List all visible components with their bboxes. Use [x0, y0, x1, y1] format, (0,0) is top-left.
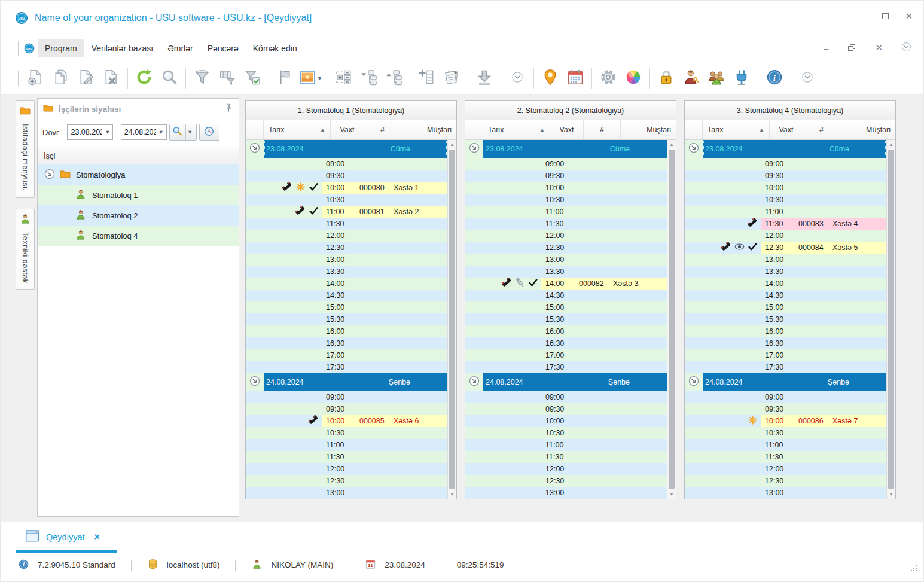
appointment-id-cell[interactable]: [355, 218, 392, 230]
timeslot-row[interactable]: 12:30: [465, 242, 667, 254]
time-cell[interactable]: 12:00: [761, 463, 794, 475]
time-cell[interactable]: 10:00: [761, 182, 794, 194]
appointment-id-cell[interactable]: [794, 230, 831, 242]
timeslot-row[interactable]: 12:00: [685, 463, 886, 475]
overflow-button[interactable]: [795, 65, 820, 92]
time-cell[interactable]: 10:00: [541, 415, 575, 427]
appointment-id-cell[interactable]: [794, 182, 831, 194]
time-cell[interactable]: 12:00: [541, 230, 575, 242]
appointment-id-cell[interactable]: [794, 427, 831, 439]
client-cell[interactable]: [392, 194, 447, 206]
time-cell[interactable]: 13:00: [761, 254, 794, 266]
time-cell[interactable]: 10:30: [541, 194, 575, 206]
client-cell[interactable]: [612, 242, 667, 254]
client-cell[interactable]: Xəstə 5: [831, 242, 886, 254]
client-cell[interactable]: [392, 170, 447, 182]
client-cell[interactable]: [392, 158, 447, 170]
client-cell[interactable]: [831, 278, 886, 290]
client-cell[interactable]: Xəstə 2: [392, 206, 447, 218]
client-cell[interactable]: [392, 391, 447, 403]
time-cell[interactable]: 17:30: [541, 361, 575, 373]
appointment-id-cell[interactable]: [575, 254, 612, 266]
client-cell[interactable]: [831, 391, 886, 403]
client-cell[interactable]: [612, 325, 667, 337]
overflow-chevron-icon[interactable]: [901, 41, 912, 54]
client-cell[interactable]: [392, 475, 447, 487]
appointment-id-cell[interactable]: [794, 361, 831, 373]
appointment-id-cell[interactable]: [575, 194, 612, 206]
day-header-bar[interactable]: 23.08.2024Cümə: [483, 140, 667, 158]
day-header-row[interactable]: 23.08.2024Cümə: [685, 140, 886, 158]
appointment-id-cell[interactable]: [575, 325, 612, 337]
timeslot-row[interactable]: 17:00: [465, 349, 667, 361]
doc-delete-button[interactable]: [99, 65, 124, 92]
time-cell[interactable]: 15:30: [322, 313, 355, 325]
client-cell[interactable]: [831, 337, 886, 349]
expand-arrow-icon[interactable]: [468, 375, 480, 389]
filter-button[interactable]: [190, 65, 215, 92]
timeslot-row[interactable]: 09:00: [465, 158, 667, 170]
day-header-bar[interactable]: 24.08.2024Şənbə: [703, 373, 886, 391]
appointment-id-cell[interactable]: [355, 313, 392, 325]
appointment-id-cell[interactable]: [355, 463, 392, 475]
timeslot-row[interactable]: 09:30: [246, 170, 447, 182]
appointment-id-cell[interactable]: [794, 349, 831, 361]
client-cell[interactable]: [831, 170, 886, 182]
filter-values-button[interactable]: [215, 65, 240, 92]
client-cell[interactable]: [392, 218, 447, 230]
time-cell[interactable]: 09:00: [761, 391, 794, 403]
appointment-id-cell[interactable]: 000082: [575, 278, 612, 290]
client-cell[interactable]: [831, 206, 886, 218]
time-cell[interactable]: 15:00: [322, 301, 355, 313]
client-cell[interactable]: [392, 266, 447, 278]
appointment-id-cell[interactable]: [575, 415, 612, 427]
vertical-scrollbar[interactable]: ▲▼: [667, 140, 676, 499]
client-cell[interactable]: [831, 475, 886, 487]
appointment-id-cell[interactable]: [794, 301, 831, 313]
timeslot-row[interactable]: 09:00: [465, 391, 667, 403]
timeslot-row[interactable]: 16:30: [465, 337, 667, 349]
date-to-input[interactable]: 24.08.2024 ▼: [121, 124, 167, 140]
day-header-row[interactable]: 23.08.2024Cümə: [246, 140, 447, 158]
appointment-id-cell[interactable]: [355, 230, 392, 242]
client-cell[interactable]: [612, 439, 667, 451]
plug-button[interactable]: [729, 65, 754, 92]
appointment-id-cell[interactable]: [355, 254, 392, 266]
client-cell[interactable]: [612, 415, 667, 427]
time-cell[interactable]: 16:30: [761, 337, 794, 349]
gear-button[interactable]: [596, 65, 621, 92]
column-header-musteri[interactable]: Müştəri: [840, 120, 895, 139]
doc-copy-button[interactable]: [48, 65, 74, 92]
mdi-minimize-button[interactable]: –: [824, 43, 828, 53]
client-cell[interactable]: [612, 427, 667, 439]
timeslot-row[interactable]: 12:30: [246, 475, 447, 487]
time-cell[interactable]: 10:30: [541, 427, 575, 439]
timeslot-row[interactable]: 10:00: [685, 182, 886, 194]
time-cell[interactable]: 15:30: [761, 313, 794, 325]
appointment-id-cell[interactable]: [794, 206, 831, 218]
time-cell[interactable]: 11:00: [541, 439, 575, 451]
timeslot-row[interactable]: 13:00: [685, 254, 886, 266]
scroll-down-icon[interactable]: ▼: [887, 490, 895, 499]
timeslot-row[interactable]: 09:30: [246, 403, 447, 415]
tab-close-icon[interactable]: ×: [94, 532, 99, 543]
appointment-id-cell[interactable]: [575, 337, 612, 349]
timeslot-row[interactable]: 16:30: [246, 337, 447, 349]
time-cell[interactable]: 11:30: [322, 218, 355, 230]
menu-item[interactable]: Verilənlər bazası: [84, 39, 161, 57]
client-cell[interactable]: [612, 266, 667, 278]
time-cell[interactable]: 09:00: [541, 391, 575, 403]
client-cell[interactable]: [612, 290, 667, 301]
time-cell[interactable]: 10:30: [761, 194, 794, 206]
client-cell[interactable]: [392, 301, 447, 313]
scroll-up-icon[interactable]: ▲: [887, 140, 895, 149]
timeslot-row[interactable]: 14:00: [246, 278, 447, 290]
column-header-vaxt[interactable]: Vaxt: [770, 120, 803, 139]
tree-column-header[interactable]: İşçi: [38, 147, 239, 164]
time-cell[interactable]: 14:30: [322, 290, 355, 301]
timeslot-row[interactable]: 17:30: [685, 361, 886, 373]
calendar-button[interactable]: [563, 65, 588, 92]
appointment-id-cell[interactable]: [355, 349, 392, 361]
expand-arrow-icon[interactable]: [688, 142, 700, 156]
client-cell[interactable]: [392, 313, 447, 325]
